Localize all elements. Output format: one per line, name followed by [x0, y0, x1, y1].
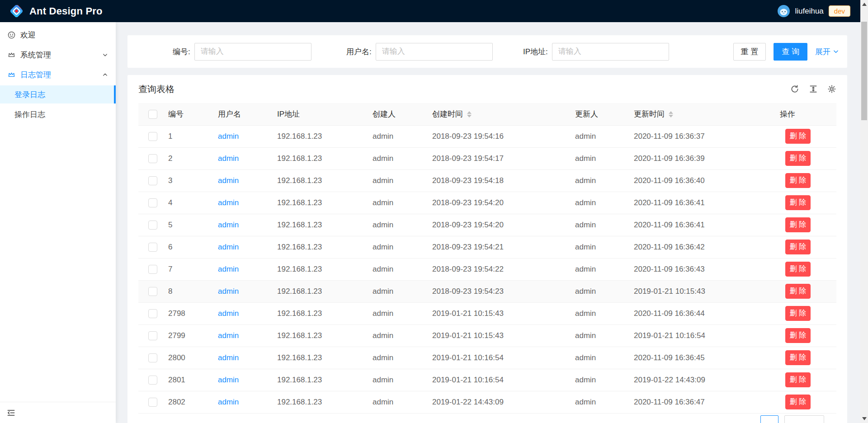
- username-link[interactable]: admin: [218, 331, 239, 340]
- pagination-page-button[interactable]: [760, 415, 778, 423]
- toolbar-icons: [790, 85, 836, 94]
- column-header[interactable]: 更新时间: [627, 103, 773, 125]
- query-button[interactable]: 查 询: [774, 43, 807, 61]
- menu-fold-icon[interactable]: [7, 409, 15, 417]
- sorter-icon[interactable]: [669, 111, 673, 118]
- created-time-cell: 2019-01-21 10:16:54: [425, 369, 568, 391]
- row-select-cell: [138, 147, 161, 169]
- sidebar-item-op-log[interactable]: 操作日志: [0, 105, 116, 123]
- username-input[interactable]: [376, 43, 493, 61]
- scroll-down-arrow[interactable]: [860, 415, 868, 423]
- sidebar-item-welcome[interactable]: 欢迎: [0, 26, 116, 44]
- row-checkbox[interactable]: [148, 331, 157, 340]
- app-title: Ant Design Pro: [29, 5, 103, 17]
- ip-cell: 192.168.1.23: [270, 258, 365, 280]
- username-cell: admin: [211, 347, 270, 369]
- row-checkbox[interactable]: [148, 398, 157, 407]
- ip-input[interactable]: [552, 43, 669, 61]
- row-checkbox[interactable]: [148, 198, 157, 207]
- updated-time-cell: 2020-11-09 16:36:43: [627, 258, 773, 280]
- username-link[interactable]: admin: [218, 221, 239, 229]
- row-checkbox[interactable]: [148, 265, 157, 274]
- chevron-up-icon: [102, 72, 108, 78]
- sidebar-item-system[interactable]: 系统管理: [0, 46, 116, 64]
- username-cell: admin: [211, 192, 270, 214]
- ip-cell: 192.168.1.23: [270, 347, 365, 369]
- updated-time-cell: 2020-11-09 16:36:47: [627, 391, 773, 413]
- filter-field-id: 编号:: [173, 35, 311, 68]
- column-header-label: 用户名: [218, 110, 241, 118]
- logo-area[interactable]: Ant Design Pro: [9, 4, 103, 19]
- delete-button[interactable]: 删 除: [785, 372, 811, 387]
- creator-cell: admin: [365, 147, 425, 169]
- column-header: 操作: [773, 103, 836, 125]
- updater-cell: admin: [568, 125, 627, 147]
- username-link[interactable]: admin: [218, 154, 239, 163]
- row-select-cell: [138, 258, 161, 280]
- sidebar-item-log[interactable]: 日志管理: [0, 66, 116, 84]
- delete-button[interactable]: 删 除: [785, 395, 811, 409]
- reload-icon[interactable]: [790, 85, 799, 94]
- row-checkbox[interactable]: [148, 309, 157, 318]
- row-checkbox[interactable]: [148, 154, 157, 163]
- sorter-icon[interactable]: [467, 111, 472, 118]
- created-time-cell: 2018-09-23 19:54:16: [425, 125, 568, 147]
- gear-icon[interactable]: [827, 85, 836, 94]
- delete-button[interactable]: 删 除: [785, 262, 811, 277]
- user-menu[interactable]: liufeihua dev: [778, 5, 850, 17]
- updater-cell: admin: [568, 169, 627, 192]
- action-cell: 删 除: [773, 214, 836, 236]
- username-link[interactable]: admin: [218, 309, 239, 318]
- id-cell: 6: [161, 236, 211, 258]
- table-row: 2800admin192.168.1.23admin2019-01-21 10:…: [138, 347, 836, 369]
- expand-link[interactable]: 展开: [815, 47, 839, 57]
- select-all-checkbox[interactable]: [148, 110, 157, 119]
- username-link[interactable]: admin: [218, 198, 239, 207]
- row-checkbox[interactable]: [148, 287, 157, 296]
- column-header[interactable]: 创建时间: [425, 103, 568, 125]
- chevron-down-icon: [102, 52, 108, 58]
- delete-button[interactable]: 删 除: [785, 195, 811, 210]
- username-link[interactable]: admin: [218, 398, 239, 406]
- created-time-cell: 2018-09-23 19:54:22: [425, 258, 568, 280]
- reset-button[interactable]: 重 置: [733, 43, 766, 61]
- username-link[interactable]: admin: [218, 353, 239, 362]
- id-input[interactable]: [194, 43, 311, 61]
- row-checkbox[interactable]: [148, 176, 157, 185]
- action-cell: 删 除: [773, 236, 836, 258]
- row-checkbox[interactable]: [148, 353, 157, 362]
- pagination-size-select[interactable]: [784, 415, 824, 423]
- row-checkbox[interactable]: [148, 243, 157, 252]
- sidebar-item-login-log[interactable]: 登录日志: [0, 85, 116, 103]
- delete-button[interactable]: 删 除: [785, 350, 811, 365]
- table-row: 7admin192.168.1.23admin2018-09-23 19:54:…: [138, 258, 836, 280]
- delete-button[interactable]: 删 除: [785, 306, 811, 321]
- delete-button[interactable]: 删 除: [785, 328, 811, 343]
- delete-button[interactable]: 删 除: [785, 173, 811, 188]
- row-checkbox[interactable]: [148, 221, 157, 230]
- username-cell: admin: [211, 125, 270, 147]
- table-row: 2798admin192.168.1.23admin2019-01-21 10:…: [138, 302, 836, 324]
- delete-button[interactable]: 删 除: [785, 129, 811, 144]
- column-header: 用户名: [211, 103, 270, 125]
- row-checkbox[interactable]: [148, 376, 157, 385]
- row-checkbox[interactable]: [148, 132, 157, 141]
- scrollbar-thumb[interactable]: [861, 22, 867, 120]
- table-row: 8admin192.168.1.23admin2018-09-23 19:54:…: [138, 280, 836, 302]
- density-icon[interactable]: [809, 85, 818, 94]
- delete-button[interactable]: 删 除: [785, 217, 811, 232]
- delete-button[interactable]: 删 除: [785, 240, 811, 254]
- delete-button[interactable]: 删 除: [785, 151, 811, 166]
- username-link[interactable]: admin: [218, 287, 239, 296]
- crown-icon: [8, 71, 15, 79]
- delete-button[interactable]: 删 除: [785, 284, 811, 299]
- username-cell: admin: [211, 324, 270, 347]
- username-link[interactable]: admin: [218, 132, 239, 141]
- action-cell: 删 除: [773, 192, 836, 214]
- username-link[interactable]: admin: [218, 265, 239, 273]
- created-time-cell: 2018-09-23 19:54:20: [425, 214, 568, 236]
- username-link[interactable]: admin: [218, 176, 239, 185]
- username-link[interactable]: admin: [218, 376, 239, 384]
- username-link[interactable]: admin: [218, 243, 239, 251]
- scroll-up-arrow[interactable]: [860, 0, 868, 8]
